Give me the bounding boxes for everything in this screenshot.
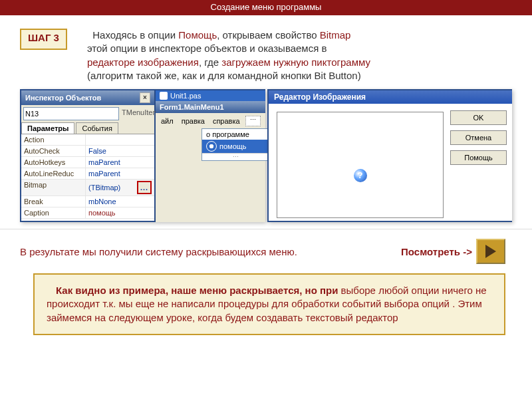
- prop-row: Captionпомощь: [21, 207, 154, 219]
- menu-item-help-sel[interactable]: помощь: [202, 140, 269, 153]
- menu-dropdown[interactable]: о программе помощь ⋯: [201, 128, 269, 161]
- oi-selector[interactable]: TMenuItem ▾: [21, 105, 154, 122]
- oi-tabs: Параметры События: [21, 122, 154, 134]
- result-text: В результате мы получили систему раскрыв…: [20, 246, 428, 257]
- result-row: В результате мы получили систему раскрыв…: [0, 229, 532, 273]
- note-box: Как видно из примера, наше меню раскрыва…: [33, 273, 505, 335]
- tab-events[interactable]: События: [76, 122, 118, 134]
- menu-item-file[interactable]: айл: [158, 116, 176, 126]
- instruction-row: ШАГ 3 Находясь в опции Помощь, открываем…: [0, 15, 532, 89]
- menu-item-about[interactable]: о программе: [202, 129, 269, 140]
- next-button[interactable]: [476, 239, 505, 264]
- ok-button[interactable]: OK: [450, 110, 507, 125]
- arrow-right-icon: [485, 245, 496, 258]
- menu-item-help[interactable]: справка: [210, 116, 243, 126]
- image-editor-title: Редактор Изображения: [269, 90, 512, 104]
- menu-editor-body: айл правка справка ⋯ о программе помощь …: [156, 113, 265, 222]
- menu-editor-title: Form1.MainMenu1: [156, 101, 265, 113]
- close-icon[interactable]: ×: [140, 92, 150, 103]
- image-editor-buttons: OK Отмена Помощь: [450, 104, 512, 221]
- menu-editor: Unit1.pas Form1.MainMenu1 айл правка спр…: [156, 89, 265, 222]
- tab-params[interactable]: Параметры: [21, 122, 74, 134]
- ellipsis-button[interactable]: ...: [137, 181, 152, 194]
- menu-item-edit[interactable]: правка: [179, 116, 207, 126]
- prop-row: BreakmbNone: [21, 196, 154, 207]
- instruction-text: Находясь в опции Помощь, открываем свойс…: [87, 29, 370, 82]
- image-editor: Редактор Изображения ? OK Отмена Помощь: [267, 89, 512, 222]
- view-link[interactable]: Посмотреть ->: [401, 246, 472, 257]
- oi-property-grid[interactable]: Action AutoCheckFalse AutoHotkeysmaParen…: [21, 134, 154, 221]
- menu-bar[interactable]: айл правка справка ⋯: [158, 116, 263, 126]
- cancel-button[interactable]: Отмена: [450, 130, 507, 145]
- step-badge: ШАГ 3: [20, 29, 67, 50]
- screenshot-panels: Инспектор Объектов × TMenuItem ▾ Парамет…: [0, 89, 532, 229]
- prop-row: AutoHotkeysmaParent: [21, 157, 154, 168]
- source-tab[interactable]: Unit1.pas: [156, 90, 265, 101]
- oi-title-bar[interactable]: Инспектор Объектов ×: [21, 90, 154, 105]
- prop-row: AutoLineReducmaParent: [21, 168, 154, 180]
- help-button[interactable]: Помощь: [450, 150, 507, 165]
- menu-placeholder[interactable]: ⋯: [245, 116, 261, 126]
- prop-row-bitmap[interactable]: Bitmap (TBitmap)...: [21, 180, 154, 196]
- oi-object-name[interactable]: [23, 107, 119, 120]
- page-title: Создание меню программы: [0, 0, 532, 15]
- prop-row: AutoCheckFalse: [21, 146, 154, 157]
- image-canvas[interactable]: ?: [277, 112, 444, 218]
- prop-row: Action: [21, 134, 154, 146]
- menu-placeholder[interactable]: ⋯: [202, 153, 269, 160]
- file-icon: [160, 92, 168, 100]
- object-inspector: Инспектор Объектов × TMenuItem ▾ Парамет…: [20, 89, 156, 222]
- help-icon: ?: [354, 169, 367, 182]
